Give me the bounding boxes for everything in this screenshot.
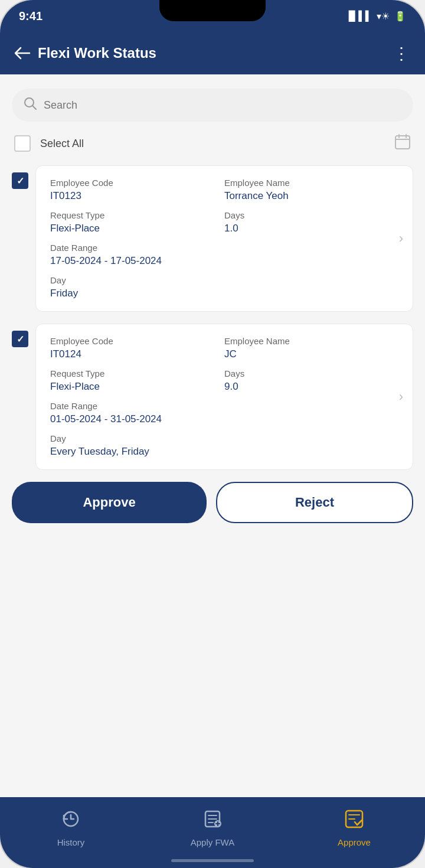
card-2-daterange-col: Date Range 01-05-2024 - 31-05-2024 bbox=[50, 401, 398, 425]
back-button[interactable] bbox=[14, 47, 31, 60]
search-icon bbox=[24, 97, 37, 113]
card-2-reqtype-value: Flexi-Place bbox=[50, 381, 224, 393]
wifi-icon: ▾☀ bbox=[377, 11, 390, 22]
card-2-code-value: IT0124 bbox=[50, 348, 224, 360]
card-1-day-col: Day Friday bbox=[50, 275, 398, 299]
nav-label-history: History bbox=[57, 837, 85, 847]
history-icon bbox=[61, 809, 81, 834]
card-2-day-row: Day Every Tuesday, Friday bbox=[50, 433, 398, 458]
card-1-reqtype-col: Request Type Flexi-Place bbox=[50, 210, 224, 234]
calendar-icon[interactable] bbox=[394, 133, 411, 154]
card-2-chevron[interactable]: › bbox=[399, 389, 403, 404]
card-1-code-value: IT0123 bbox=[50, 190, 224, 202]
card-1-code-label: Employee Code bbox=[50, 178, 224, 188]
employee-card-2: Employee Code IT0124 Employee Name JC Re… bbox=[35, 324, 413, 470]
nav-item-approve[interactable]: Approve bbox=[283, 809, 425, 847]
employee-card-row-2: Employee Code IT0124 Employee Name JC Re… bbox=[12, 324, 413, 470]
card-2-reqtype-col: Request Type Flexi-Place bbox=[50, 368, 224, 393]
home-indicator bbox=[171, 859, 254, 862]
nav-label-apply-fwa: Apply FWA bbox=[191, 837, 234, 847]
svg-line-1 bbox=[32, 106, 36, 109]
select-all-left: Select All bbox=[14, 135, 84, 152]
card-1-chevron[interactable]: › bbox=[399, 231, 403, 246]
card-2-code-label: Employee Code bbox=[50, 336, 224, 346]
card-1-days-value: 1.0 bbox=[224, 223, 398, 234]
search-bar bbox=[12, 89, 413, 122]
nav-label-approve: Approve bbox=[338, 837, 371, 847]
card-2-daterange-label: Date Range bbox=[50, 401, 398, 411]
select-all-checkbox[interactable] bbox=[14, 135, 31, 152]
card-1-daterange-row: Date Range 17-05-2024 - 17-05-2024 bbox=[50, 243, 398, 267]
approve-button[interactable]: Approve bbox=[12, 482, 207, 523]
status-time: 9:41 bbox=[19, 9, 42, 23]
card-1-checkbox[interactable] bbox=[12, 172, 28, 189]
main-content: Select All Employee Code IT0123 bbox=[0, 74, 425, 797]
card-2-name-value: JC bbox=[224, 348, 398, 360]
reject-button[interactable]: Reject bbox=[216, 482, 413, 523]
card-1-day-value: Friday bbox=[50, 288, 398, 299]
card-1-mid-row: Request Type Flexi-Place Days 1.0 bbox=[50, 210, 398, 234]
card-1-reqtype-label: Request Type bbox=[50, 210, 224, 220]
apply-fwa-icon bbox=[202, 809, 223, 834]
menu-button[interactable]: ⋮ bbox=[393, 44, 411, 63]
card-2-daterange-row: Date Range 01-05-2024 - 31-05-2024 bbox=[50, 401, 398, 425]
card-1-name-col: Employee Name Torrance Yeoh bbox=[224, 178, 398, 202]
select-all-row: Select All bbox=[12, 133, 413, 154]
card-2-daterange-value: 01-05-2024 - 31-05-2024 bbox=[50, 413, 398, 425]
card-2-name-col: Employee Name JC bbox=[224, 336, 398, 360]
card-2-days-value: 9.0 bbox=[224, 381, 398, 393]
card-2-day-col: Day Every Tuesday, Friday bbox=[50, 433, 398, 458]
card-1-days-label: Days bbox=[224, 210, 398, 220]
card-2-days-label: Days bbox=[224, 368, 398, 378]
card-2-checkbox[interactable] bbox=[12, 331, 28, 347]
approve-nav-icon bbox=[344, 809, 364, 834]
card-2-days-col: Days 9.0 bbox=[224, 368, 398, 393]
card-2-mid-row: Request Type Flexi-Place Days 9.0 bbox=[50, 368, 398, 393]
card-1-days-col: Days 1.0 bbox=[224, 210, 398, 234]
status-icons: ▐▌▌▌ ▾☀ 🔋 bbox=[345, 11, 406, 22]
card-1-reqtype-value: Flexi-Place bbox=[50, 223, 224, 234]
card-2-reqtype-label: Request Type bbox=[50, 368, 224, 378]
page-title: Flexi Work Status bbox=[38, 45, 393, 61]
nav-item-history[interactable]: History bbox=[0, 809, 142, 847]
signal-icon: ▐▌▌▌ bbox=[345, 11, 372, 21]
employee-card-1: Employee Code IT0123 Employee Name Torra… bbox=[35, 165, 413, 312]
bottom-nav: History Apply FWA bbox=[0, 797, 425, 868]
card-1-name-label: Employee Name bbox=[224, 178, 398, 188]
card-1-day-row: Day Friday bbox=[50, 275, 398, 299]
employee-card-row-1: Employee Code IT0123 Employee Name Torra… bbox=[12, 165, 413, 312]
card-2-day-value: Every Tuesday, Friday bbox=[50, 446, 398, 458]
card-1-daterange-col: Date Range 17-05-2024 - 17-05-2024 bbox=[50, 243, 398, 267]
nav-item-apply-fwa[interactable]: Apply FWA bbox=[142, 809, 283, 847]
card-2-day-label: Day bbox=[50, 433, 398, 443]
card-2-name-label: Employee Name bbox=[224, 336, 398, 346]
notch bbox=[159, 0, 266, 21]
card-1-daterange-value: 17-05-2024 - 17-05-2024 bbox=[50, 255, 398, 267]
card-1-name-value: Torrance Yeoh bbox=[224, 190, 398, 202]
card-2-top-row: Employee Code IT0124 Employee Name JC bbox=[50, 336, 398, 360]
svg-rect-2 bbox=[395, 136, 410, 149]
card-1-top-row: Employee Code IT0123 Employee Name Torra… bbox=[50, 178, 398, 202]
search-input[interactable] bbox=[44, 99, 401, 112]
header: Flexi Work Status ⋮ bbox=[0, 32, 425, 74]
action-buttons: Approve Reject bbox=[12, 482, 413, 528]
phone-shell: 9:41 ▐▌▌▌ ▾☀ 🔋 Flexi Work Status ⋮ bbox=[0, 0, 425, 868]
card-1-daterange-label: Date Range bbox=[50, 243, 398, 253]
card-2-code-col: Employee Code IT0124 bbox=[50, 336, 224, 360]
select-all-label: Select All bbox=[40, 138, 84, 150]
card-1-code-col: Employee Code IT0123 bbox=[50, 178, 224, 202]
card-1-day-label: Day bbox=[50, 275, 398, 285]
battery-icon: 🔋 bbox=[394, 11, 406, 22]
